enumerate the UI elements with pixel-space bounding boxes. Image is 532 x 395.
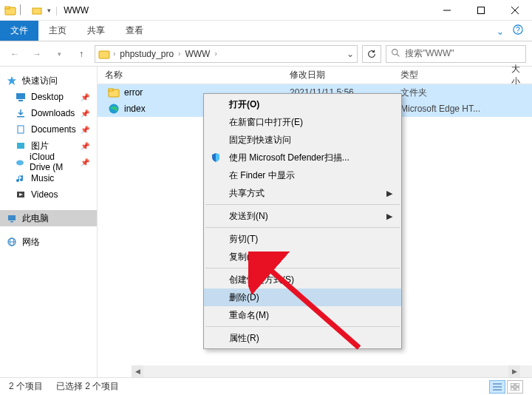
ctx-delete[interactable]: 删除(D) [204,288,401,306]
svg-rect-17 [17,143,24,149]
file-type: Microsoft Edge HT... [400,104,511,114]
nav-bar: ← → ▾ ↑ › phpstudy_pro › WWW › ⌄ 搜索"WWW" [0,41,532,67]
maximize-button[interactable] [464,0,498,21]
tab-file[interactable]: 文件 [0,21,38,41]
pin-icon: 📌 [81,142,97,150]
svg-rect-9 [99,51,109,58]
star-icon [6,75,18,87]
col-date[interactable]: 修改日期 [290,69,400,81]
svg-rect-34 [511,388,514,391]
context-menu: 打开(O) 在新窗口中打开(E) 固定到快速访问 使用 Microsoft De… [203,93,402,349]
pin-icon: 📌 [81,126,97,134]
folder-icon [108,87,120,98]
chevron-right-icon[interactable]: › [214,50,216,58]
view-details-button[interactable] [489,380,505,394]
sidebar-thispc-label: 此电脑 [22,212,49,225]
status-bar: 2 个项目 已选择 2 个项目 [0,377,532,395]
folder-small-icon [31,4,43,16]
network-icon [6,236,18,248]
sidebar-item-music[interactable]: Music [0,170,97,186]
svg-rect-22 [10,221,13,223]
col-type[interactable]: 类型 [400,69,511,81]
ctx-create-shortcut[interactable]: 创建快捷方式(S) [204,271,401,288]
svg-rect-1 [5,7,10,9]
sidebar-item-label: Videos [31,189,58,200]
ctx-cut[interactable]: 剪切(T) [204,230,401,248]
pc-icon [6,212,18,224]
sidebar-item-documents[interactable]: Documents 📌 [0,121,97,138]
ctx-open-new-window[interactable]: 在新窗口中打开(E) [204,113,401,131]
submenu-arrow-icon: ▶ [386,189,392,198]
breadcrumb-2[interactable]: WWW [183,49,211,59]
qat-dropdown-icon[interactable]: ▾ [44,7,54,14]
sidebar-item-label: Documents [31,124,76,135]
sidebar-item-label: Downloads [31,108,75,118]
ctx-open[interactable]: 打开(O) [204,95,401,113]
cloud-icon [15,156,25,168]
ctx-share[interactable]: 共享方式▶ [204,184,401,202]
qat-divider: | [55,5,58,16]
sidebar-quick-access[interactable]: 快速访问 [0,72,97,89]
minimize-button[interactable] [430,0,464,21]
col-name[interactable]: 名称 [98,69,290,81]
tab-view[interactable]: 查看 [115,21,154,41]
refresh-button[interactable] [362,45,381,63]
nav-up-button[interactable]: ↑ [72,45,90,63]
svg-rect-35 [516,388,519,391]
ctx-pin-quick-access[interactable]: 固定到快速访问 [204,131,401,149]
ctx-separator [205,204,400,205]
sidebar-network-label: 网络 [22,236,40,249]
close-button[interactable] [498,0,532,21]
file-name: error [124,87,143,98]
scroll-right-button[interactable]: ▶ [508,365,520,377]
nav-back-button[interactable]: ← [6,45,24,63]
horizontal-scrollbar[interactable]: ◀ ▶ [132,365,520,377]
sidebar-quick-label: 快速访问 [22,75,58,87]
pictures-icon [15,140,27,152]
ctx-rename[interactable]: 重命名(M) [204,306,401,324]
ctx-separator [205,326,400,327]
breadcrumb-1[interactable]: phpstudy_pro [118,49,175,59]
svg-text:?: ? [516,25,520,34]
sidebar-item-downloads[interactable]: Downloads 📌 [0,105,97,121]
scroll-left-button[interactable]: ◀ [132,365,143,377]
view-icons-button[interactable] [507,380,523,394]
sidebar-item-videos[interactable]: Videos [0,186,97,203]
address-bar[interactable]: › phpstudy_pro › WWW › ⌄ [95,45,358,63]
sidebar-item-label: 图片 [31,140,49,152]
svg-rect-13 [16,93,25,99]
chevron-right-icon[interactable]: › [178,50,180,58]
window-title: WWW [59,5,89,16]
sidebar-item-label: Desktop [31,92,64,102]
ribbon-collapse-icon[interactable]: ⌃ [497,26,504,36]
ctx-copy[interactable]: 复制(C) [204,248,401,266]
chevron-right-icon[interactable]: › [113,50,115,58]
ctx-send-to[interactable]: 发送到(N)▶ [204,207,401,225]
ctx-defender-scan[interactable]: 使用 Microsoft Defender扫描... [204,149,401,166]
folder-icon [4,4,16,16]
nav-recent-dropdown[interactable]: ▾ [50,45,68,63]
ctx-show-in-finder[interactable]: 在 Finder 中显示 [204,166,401,184]
sidebar-this-pc[interactable]: 此电脑 [0,210,97,226]
svg-rect-21 [8,215,16,220]
address-dropdown-icon[interactable]: ⌄ [347,49,354,59]
shield-icon [210,152,222,163]
ctx-properties[interactable]: 属性(R) [204,329,401,347]
svg-rect-2 [33,8,41,14]
help-icon[interactable]: ? [513,24,523,37]
search-box[interactable]: 搜索"WWW" [386,45,526,63]
svg-marker-12 [7,76,16,85]
sidebar-item-desktop[interactable]: Desktop 📌 [0,89,97,105]
sidebar-item-label: iCloud Drive (M [30,152,76,172]
sidebar-network[interactable]: 网络 [0,234,97,250]
svg-line-11 [397,54,399,56]
tab-home[interactable]: 主页 [38,21,77,41]
svg-rect-16 [18,126,24,133]
sidebar-item-icloud[interactable]: iCloud Drive (M 📌 [0,154,97,170]
svg-rect-15 [17,116,24,118]
svg-rect-14 [18,100,23,101]
file-name: index [124,104,146,114]
nav-forward-button[interactable]: → [28,45,46,63]
tab-share[interactable]: 共享 [77,21,115,41]
status-item-count: 2 个项目 [9,380,43,393]
